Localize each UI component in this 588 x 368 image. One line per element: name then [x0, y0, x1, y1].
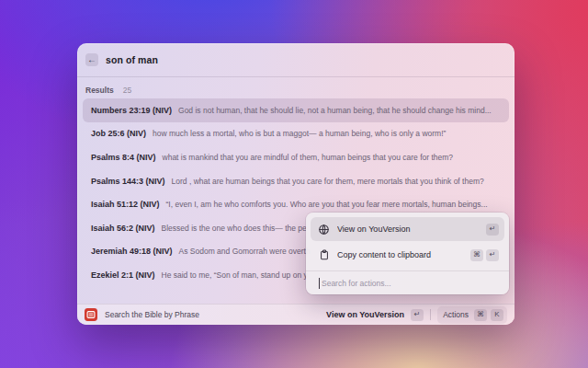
- text-cursor: [319, 278, 320, 289]
- verse-text: God is not human, that he should lie, no…: [178, 106, 492, 115]
- verse-reference: Psalms 144:3 (NIV): [91, 177, 165, 186]
- globe-icon: [318, 224, 330, 236]
- search-query[interactable]: son of man: [106, 54, 158, 65]
- result-row[interactable]: Job 25:6 (NIV) how much less a mortal, w…: [83, 122, 509, 146]
- command-key-badge: ⌘: [470, 249, 483, 261]
- clipboard-icon: [318, 249, 330, 261]
- return-key-badge: ↵: [486, 249, 499, 261]
- launcher-window: ← son of man Results 25 Numbers 23:19 (N…: [77, 43, 514, 325]
- verse-text: Blessed is the one who does this— the pe: [162, 224, 307, 233]
- results-label: Results: [85, 86, 114, 95]
- command-key-badge: ⌘: [474, 309, 487, 321]
- result-row[interactable]: Psalms 8:4 (NIV) what is mankind that yo…: [83, 145, 509, 169]
- action-search-input[interactable]: Search for actions...: [311, 271, 504, 294]
- search-header: ← son of man: [77, 43, 514, 77]
- action-search-placeholder: Search for actions...: [322, 279, 391, 288]
- verse-reference: Job 25:6 (NIV): [91, 129, 146, 138]
- menu-item-view-on-youversion[interactable]: View on YouVersion ↵: [311, 217, 504, 241]
- k-key-badge: K: [491, 309, 503, 321]
- menu-item-shortcut: ↵: [486, 224, 499, 236]
- menu-item-shortcut: ⌘ ↵: [470, 249, 499, 261]
- verse-text: Lord , what are human beings that you ca…: [172, 177, 484, 186]
- bible-app-icon: [85, 308, 97, 321]
- app-label: Search the Bible by Phrase: [105, 310, 199, 319]
- menu-item-label: View on YouVersion: [337, 224, 486, 234]
- result-row-selected[interactable]: Numbers 23:19 (NIV) God is not human, th…: [83, 98, 509, 122]
- return-key-badge: ↵: [411, 309, 424, 321]
- menu-item-copy-content[interactable]: Copy content to clipboard ⌘ ↵: [311, 243, 504, 267]
- verse-text: As Sodom and Gomorrah were overth: [179, 247, 311, 256]
- verse-reference: Numbers 23:19 (NIV): [91, 106, 172, 115]
- verse-text: how much less a mortal, who is but a mag…: [153, 129, 446, 138]
- verse-reference: Isaiah 56:2 (NIV): [91, 224, 155, 233]
- verse-reference: Jeremiah 49:18 (NIV): [91, 247, 173, 256]
- results-count: 25: [123, 86, 131, 95]
- footer-bar: Search the Bible by Phrase View on YouVe…: [77, 304, 514, 325]
- back-arrow-icon: ←: [87, 55, 96, 64]
- desktop-background: ← son of man Results 25 Numbers 23:19 (N…: [0, 0, 588, 368]
- verse-reference: Ezekiel 2:1 (NIV): [91, 270, 155, 280]
- actions-popup: View on YouVersion ↵ Copy content to cli…: [306, 213, 509, 294]
- verse-reference: Psalms 8:4 (NIV): [91, 153, 156, 162]
- primary-action-button[interactable]: View on YouVersion: [326, 310, 404, 319]
- result-row[interactable]: Psalms 144:3 (NIV) Lord , what are human…: [83, 169, 509, 193]
- verse-text: He said to me, “Son of man, stand up on …: [162, 270, 308, 280]
- back-button[interactable]: ←: [85, 53, 98, 66]
- results-header: Results 25: [77, 77, 514, 98]
- menu-item-label: Copy content to clipboard: [337, 250, 470, 259]
- actions-button[interactable]: Actions ⌘ K: [437, 306, 507, 324]
- return-key-badge: ↵: [486, 224, 499, 236]
- verse-reference: Isaiah 51:12 (NIV): [91, 200, 160, 209]
- footer-divider: [430, 309, 431, 320]
- verse-text: what is mankind that you are mindful of …: [163, 153, 454, 162]
- actions-label: Actions: [443, 310, 469, 319]
- verse-text: “I, even I, am he who comforts you. Who …: [166, 200, 488, 209]
